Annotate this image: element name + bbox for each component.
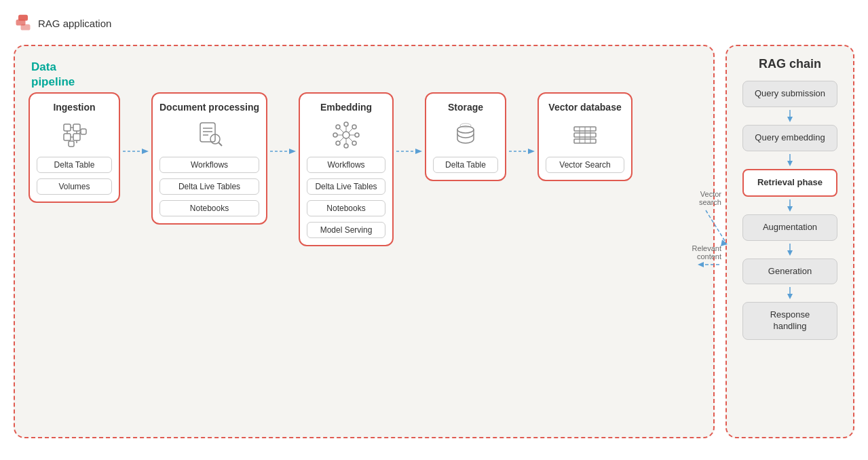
- document-processing-stage: Document processing Workflows Delta Live…: [151, 92, 267, 225]
- svg-marker-16: [142, 149, 149, 154]
- embedding-icon: [330, 119, 362, 151]
- ingestion-tag-volumes: Volumes: [37, 178, 112, 195]
- app-logo-icon: [14, 14, 33, 33]
- arrow-down-1: [785, 110, 795, 122]
- svg-rect-7: [81, 129, 86, 134]
- rag-chain-title: RAG chain: [759, 57, 821, 71]
- ingestion-icon: [58, 119, 91, 151]
- svg-rect-4: [73, 124, 80, 131]
- embedding-stage: Embedding: [299, 92, 394, 246]
- svg-rect-6: [73, 134, 80, 140]
- storage-stage: Storage Delta Table: [425, 92, 506, 181]
- app-title: RAG application: [38, 18, 111, 29]
- chain-step-query-embedding: Query embedding: [742, 125, 837, 151]
- arrow-down-3: [785, 199, 795, 212]
- chain-step-query-submission: Query submission: [742, 81, 837, 107]
- vectordb-tag-vectorsearch: Vector Search: [546, 157, 624, 173]
- svg-marker-57: [787, 161, 793, 166]
- docproc-icon: [193, 119, 226, 151]
- pipeline-stages: Ingestion: [29, 92, 700, 404]
- embedding-tag-dlt: Delta Live Tables: [307, 178, 385, 195]
- data-pipeline-label: Data pipeline: [31, 60, 75, 90]
- chain-step-generation: Generation: [742, 258, 837, 285]
- svg-line-22: [219, 142, 222, 146]
- docproc-tag-dlt: Delta Live Tables: [159, 178, 259, 195]
- vectordb-title: Vector database: [548, 102, 621, 113]
- chain-step-response-handling: Response handling: [742, 302, 837, 340]
- ingestion-title: Ingestion: [53, 102, 95, 113]
- embedding-tag-modelserving: Model Serving: [307, 222, 385, 238]
- svg-rect-2: [21, 24, 31, 31]
- svg-rect-8: [69, 141, 74, 147]
- svg-marker-59: [787, 206, 793, 212]
- arrow-down-2: [785, 154, 795, 166]
- svg-marker-63: [787, 294, 793, 299]
- svg-marker-61: [787, 250, 793, 256]
- vectordb-icon: [569, 119, 601, 151]
- arrow-3: [394, 147, 425, 156]
- svg-point-45: [460, 123, 471, 128]
- svg-marker-43: [415, 149, 422, 154]
- page-container: RAG application Data pipeline Ingestion: [0, 0, 868, 460]
- vector-database-stage: Vector database Vector Search: [537, 92, 633, 181]
- svg-line-38: [339, 128, 343, 132]
- svg-rect-17: [200, 123, 215, 142]
- svg-point-27: [344, 144, 348, 148]
- arrow-down-4: [785, 244, 795, 256]
- embedding-tag-workflows: Workflows: [307, 157, 385, 173]
- main-layout: Data pipeline Ingestion: [14, 45, 854, 438]
- chain-step-augmentation: Augmentation: [742, 214, 837, 241]
- svg-rect-5: [64, 134, 71, 140]
- svg-marker-47: [528, 149, 535, 154]
- svg-point-29: [355, 133, 359, 137]
- arrow-down-5: [785, 287, 795, 299]
- arrow-1: [120, 147, 151, 156]
- svg-line-40: [349, 128, 353, 132]
- docproc-tag-workflows: Workflows: [159, 157, 259, 173]
- arrow-2: [267, 147, 299, 156]
- svg-marker-55: [787, 117, 793, 122]
- svg-line-39: [349, 138, 353, 142]
- ingestion-stage: Ingestion: [29, 92, 120, 203]
- svg-marker-24: [289, 149, 296, 154]
- app-header: RAG application: [14, 14, 854, 33]
- svg-rect-3: [64, 124, 71, 131]
- svg-line-41: [339, 138, 343, 142]
- embedding-tag-notebooks: Notebooks: [307, 200, 385, 216]
- data-pipeline-panel: Data pipeline Ingestion: [14, 45, 715, 438]
- arrow-4: [506, 147, 537, 156]
- docproc-tag-notebooks: Notebooks: [159, 200, 259, 216]
- docproc-title: Document processing: [159, 102, 259, 113]
- ingestion-tag-delta: Delta Table: [37, 157, 112, 173]
- rag-chain-panel: RAG chain Query submission Query embeddi…: [725, 45, 854, 438]
- storage-title: Storage: [448, 102, 483, 113]
- storage-tag-delta: Delta Table: [433, 157, 498, 173]
- svg-point-26: [344, 122, 348, 126]
- svg-point-28: [333, 133, 337, 137]
- embedding-title: Embedding: [320, 102, 372, 113]
- chain-step-retrieval-phase: Retrieval phase: [742, 169, 837, 197]
- svg-point-25: [343, 132, 350, 138]
- storage-icon: [449, 119, 482, 151]
